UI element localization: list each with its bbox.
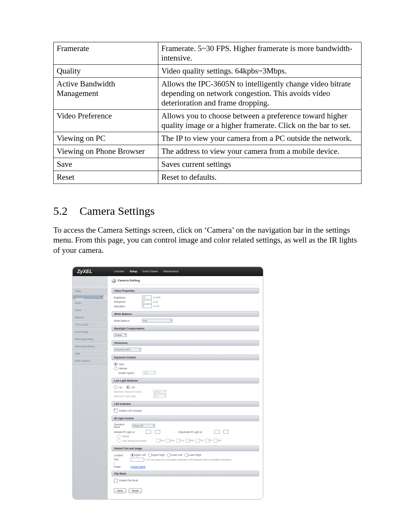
saturation-input[interactable]: 5 — [142, 304, 152, 308]
ll-maxgain-select[interactable]: 1.5 — [153, 394, 166, 398]
loc-upper-left-radio[interactable] — [131, 453, 134, 457]
section-flip: Flip Mode — [112, 471, 259, 476]
save-button[interactable]: Save — [114, 488, 126, 493]
loc-lower-left-radio[interactable] — [167, 453, 171, 457]
definition-desc: The address to view your camera from a m… — [158, 145, 362, 158]
definition-row: SaveSaves current settings — [54, 158, 362, 171]
loc-lower-right-radio[interactable] — [185, 453, 188, 457]
definition-desc: Framerate. 5~30 FPS. Higher framerate is… — [158, 42, 362, 65]
definition-desc: Allows the IPC-3605N to intelligently ch… — [158, 78, 362, 110]
day-thu-checkbox[interactable] — [196, 439, 200, 443]
exposure-manual-radio[interactable] — [114, 367, 118, 371]
brightness-label: Brightness: — [114, 296, 140, 299]
day-fri-checkbox[interactable] — [206, 439, 209, 443]
loc-upper-right-radio[interactable] — [148, 453, 152, 457]
embed-location-radios: Upper LeftUpper RightLower LeftLower Rig… — [131, 453, 204, 457]
definition-term: Save — [54, 158, 158, 171]
definition-desc: Reset to defaults. — [158, 171, 362, 184]
upload-image-link[interactable]: Upload image — [131, 465, 145, 468]
embed-text-input[interactable] — [131, 458, 144, 462]
tab-event-viewer[interactable]: Event Viewer — [142, 270, 158, 273]
flip-enable-checkbox[interactable] — [114, 479, 118, 482]
day-sat-checkbox[interactable] — [213, 439, 217, 443]
ir-activate-h[interactable] — [146, 430, 151, 434]
saturation-label: Saturation: — [114, 305, 140, 308]
section-heading: 5.2 Camera Settings — [53, 204, 362, 217]
tab-maintenance[interactable]: Maintenance — [163, 270, 178, 273]
wb-label: White Balance — [114, 320, 140, 322]
tab-setup[interactable]: Setup — [130, 270, 137, 273]
section-number: 5.2 — [53, 204, 68, 217]
reset-button[interactable]: Reset — [129, 488, 142, 493]
ir-always-radio[interactable] — [117, 435, 121, 438]
definition-row: QualityVideo quality settings. 64kpbs~3M… — [54, 65, 362, 78]
section-led: LED Indicator — [112, 401, 259, 407]
settings-panel: Camera Setting Video Properties Brightne… — [108, 276, 263, 500]
shutter-select[interactable]: 1/5s — [143, 371, 156, 375]
definition-row: Video PreferenceAllows you to choose bet… — [54, 110, 362, 132]
definition-term: Video Preference — [54, 110, 158, 132]
ll-maxexp-select[interactable]: 1/5 fps — [153, 390, 166, 394]
sharpness-input[interactable]: 3 — [142, 300, 152, 304]
section-title: Camera Settings — [80, 204, 155, 217]
definition-row: Viewing on PCThe IP to view your camera … — [54, 132, 362, 145]
ll-on-radio[interactable] — [114, 385, 118, 389]
definition-desc: Allows you to choose between a preferenc… — [158, 110, 362, 132]
ir-deactivate-m[interactable] — [223, 430, 229, 434]
sidebar-item-event-setup[interactable]: Event Setup — [73, 328, 108, 335]
sidebar-item-video[interactable]: Video — [73, 288, 108, 295]
definitions-table: FramerateFramerate. 5~30 FPS. Higher fra… — [53, 42, 362, 184]
section-white-balance: White Balance — [112, 311, 259, 317]
definition-desc: Saves current settings — [158, 158, 362, 171]
ll-off-radio[interactable] — [126, 385, 130, 389]
definition-row: FramerateFramerate. 5~30 FPS. Higher fra… — [54, 42, 362, 65]
ir-deactivate-h[interactable] — [214, 430, 220, 434]
definition-desc: The IP to view your camera from a PC out… — [158, 132, 362, 145]
ir-timeframe-radio[interactable] — [117, 439, 121, 443]
ir-days: SunMonTueWedThuFriSat — [156, 439, 223, 443]
sidebar-item-date[interactable]: Date — [73, 350, 108, 357]
day-sun-checkbox[interactable] — [156, 439, 160, 443]
definition-desc: Video quality settings. 64kpbs~3Mbps. — [158, 65, 362, 78]
intro-paragraph: To access the Camera Settings screen, cl… — [53, 225, 362, 255]
wb-select[interactable]: Auto — [142, 319, 172, 323]
sidebar-item-ptz-control[interactable]: PTZ Control — [73, 321, 108, 328]
exposure-auto-radio[interactable] — [114, 362, 118, 366]
definition-term: Framerate — [54, 42, 158, 65]
camera-settings-screenshot: ZyXEL LiveViewSetupEvent ViewerMaintenan… — [72, 267, 263, 500]
ir-activate-m[interactable] — [155, 430, 160, 434]
sidebar-item-recording-history[interactable]: Recording History — [73, 343, 108, 350]
sidebar-item-recording-setup[interactable]: Recording Setup — [73, 335, 108, 343]
tab-liveview[interactable]: LiveView — [114, 270, 124, 273]
definition-term: Viewing on Phone Browser — [54, 145, 158, 158]
page-title: Camera Setting — [112, 278, 259, 285]
top-bar: ZyXEL LiveViewSetupEvent ViewerMaintenan… — [73, 267, 263, 276]
definition-row: Active Bandwidth ManagementAllows the IP… — [54, 78, 362, 110]
ir-mode-select[interactable]: Always Off — [132, 424, 155, 428]
sidebar-item-camera[interactable]: Camera — [73, 295, 103, 299]
section-flickerless: Flickerless — [112, 340, 259, 346]
main-tabs: LiveViewSetupEvent ViewerMaintenance — [114, 270, 179, 273]
section-ir: IR Light Control — [112, 415, 259, 421]
definition-term: Viewing on PC — [54, 132, 158, 145]
flicker-select[interactable]: Flickerless-60Hz — [114, 348, 141, 351]
definition-row: Viewing on Phone BrowserThe address to v… — [54, 145, 362, 158]
section-lowlight: Low Light Behavior — [112, 378, 259, 383]
camera-icon — [112, 278, 116, 283]
section-embed: Embed Text and Image — [112, 446, 259, 451]
definition-term: Reset — [54, 171, 158, 184]
brightness-input[interactable]: 12 — [142, 296, 152, 299]
shutter-label: Shutter Speed: — [118, 372, 141, 374]
sidebar-item-multi-camera[interactable]: Multi-Camera — [73, 357, 108, 364]
definition-row: ResetReset to defaults. — [54, 171, 362, 184]
sidebar-item-users[interactable]: Users — [73, 307, 108, 314]
day-mon-checkbox[interactable] — [166, 439, 170, 443]
day-tue-checkbox[interactable] — [176, 439, 180, 443]
section-exposure: Exposure Control — [112, 355, 259, 360]
sidebar-item-network[interactable]: Network — [73, 314, 108, 321]
sharpness-label: Sharpness: — [114, 300, 140, 303]
blc-select[interactable]: Disable — [114, 333, 127, 337]
section-backlight: Backlight Compensation — [112, 326, 259, 331]
day-wed-checkbox[interactable] — [186, 439, 190, 443]
led-enable-checkbox[interactable] — [114, 409, 118, 412]
